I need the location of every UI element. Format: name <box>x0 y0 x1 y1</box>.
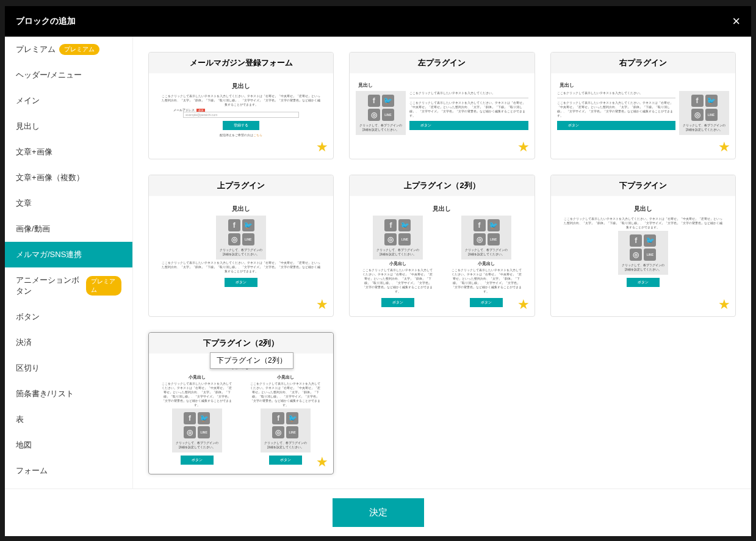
star-icon: ★ <box>316 139 328 155</box>
preview-subheading: 小見出し <box>277 374 294 380</box>
preview-text: ここをクリックして表示したいテキストを入力してください。 <box>557 91 675 95</box>
modal-footer: 決定 <box>5 488 751 536</box>
t-icon: 🐦 <box>242 219 254 231</box>
preview-button: ボタン <box>381 298 414 307</box>
preview-button: ボタン <box>627 278 660 287</box>
card-bottom-plugin-2col[interactable]: 下プラグイン（2列）見出し小見出しここをクリックして表示したいテキストを入力して… <box>148 332 334 474</box>
card-top-plugin[interactable]: 上プラグイン見出しf🐦◎LINEクリックして、各プラグインの詳細を設定してくださ… <box>148 175 334 317</box>
preview-heading: 見出し <box>433 205 451 213</box>
sidebar-item-label: メルマガ/SNS連携 <box>16 249 82 260</box>
sidebar-item-7[interactable]: 画像/動画 <box>5 216 132 242</box>
f-icon: f <box>228 219 240 231</box>
sidebar-item-label: 表 <box>16 414 24 425</box>
sidebar-item-15[interactable]: 地図 <box>5 432 132 458</box>
preview-text: ここをクリックして表示したいテキストを入力してください。テキストは「右寄せ」「中… <box>155 382 239 407</box>
sidebar-item-13[interactable]: 箇条書き/リスト <box>5 381 132 407</box>
sidebar-item-label: 区切り <box>16 363 40 374</box>
card-title: 右プラグイン <box>551 53 735 73</box>
card-bottom-plugin[interactable]: 下プラグイン見出しここをクリックして表示したいテキストを入力してください。テキス… <box>550 175 736 317</box>
card-left-plugin[interactable]: 左プラグイン見出しf🐦◎LINEクリックして、各プラグインの詳細を設定してくださ… <box>349 52 535 159</box>
star-icon: ★ <box>316 297 328 313</box>
sidebar-item-label: プレミアム <box>16 44 56 55</box>
f-icon: f <box>368 95 380 107</box>
f-icon: f <box>384 219 397 231</box>
sidebar-item-14[interactable]: 表 <box>5 407 132 432</box>
ig-icon: ◎ <box>384 233 397 245</box>
card-title: 上プラグイン <box>149 175 333 196</box>
sidebar-item-5[interactable]: 文章+画像（複数） <box>5 165 132 191</box>
sidebar-item-3[interactable]: 見出し <box>5 114 132 139</box>
preview-heading: 見出し <box>634 205 652 213</box>
cards-grid: メールマガジン登録フォーム見出しここをクリックして表示したいテキストを入力してく… <box>148 52 736 474</box>
t-icon: 🐦 <box>398 219 411 231</box>
sidebar-item-9[interactable]: アニメーションボタンプレミアム <box>5 267 132 304</box>
withdraw-link: 配信停止をご希望の方はこちら <box>220 133 262 137</box>
sidebar-item-1[interactable]: ヘッダー/メニュー <box>5 62 132 88</box>
card-title: 下プラグイン（2列） <box>149 333 333 354</box>
sidebar-item-label: 見出し <box>16 121 40 132</box>
star-icon: ★ <box>517 297 530 313</box>
sidebar-item-10[interactable]: ボタン <box>5 304 132 330</box>
preview-button: ボタン <box>409 121 528 130</box>
sidebar-item-label: メイン <box>16 95 40 106</box>
modal-title: ブロックの追加 <box>16 16 76 27</box>
sidebar-item-0[interactable]: プレミアムプレミアム <box>5 37 132 62</box>
f-icon: f <box>630 234 642 247</box>
mail-input-preview: example@peraichi.com <box>183 112 299 118</box>
preview-text: ここをクリックして表示したいテキストを入力してください。テキストは「右寄せ」「中… <box>557 101 675 118</box>
f-icon: f <box>184 412 196 424</box>
card-mail-form[interactable]: メールマガジン登録フォーム見出しここをクリックして表示したいテキストを入力してく… <box>148 52 334 159</box>
f-icon: f <box>691 95 704 107</box>
L-icon: LINE <box>286 426 298 438</box>
sidebar: プレミアムプレミアムヘッダー/メニューメイン見出し文章+画像文章+画像（複数）文… <box>5 37 133 488</box>
sidebar-item-label: ボタン <box>16 311 40 322</box>
ig-icon: ◎ <box>228 233 240 245</box>
f-icon: f <box>272 412 284 424</box>
star-icon: ★ <box>718 297 730 313</box>
ig-icon: ◎ <box>184 426 196 438</box>
submit-preview: 登録する <box>223 121 259 130</box>
sidebar-item-label: アニメーションボタン <box>16 275 82 297</box>
preview-button: ボタン <box>470 298 503 307</box>
card-title: メールマガジン登録フォーム <box>149 53 333 73</box>
preview-text: ここをクリックして表示したいテキストを入力してください。 <box>409 91 528 95</box>
card-top-plugin-2col[interactable]: 上プラグイン（2列）見出しf🐦◎LINEクリックして、各プラグインの詳細を設定し… <box>349 175 535 317</box>
star-icon: ★ <box>718 139 730 155</box>
sidebar-item-6[interactable]: 文章 <box>5 191 132 216</box>
sidebar-item-17[interactable]: その他 <box>5 484 132 488</box>
sidebar-item-label: 地図 <box>16 440 32 451</box>
f-icon: f <box>473 219 486 231</box>
t-icon: 🐦 <box>644 234 656 247</box>
sns-caption: クリックして、各プラグインの詳細を設定してください。 <box>264 441 307 449</box>
sidebar-item-8[interactable]: メルマガ/SNS連携 <box>5 242 132 267</box>
confirm-button[interactable]: 決定 <box>333 498 424 527</box>
preview-subheading: 小見出し <box>389 261 406 267</box>
sidebar-item-label: 文章 <box>16 198 32 209</box>
close-button[interactable]: × <box>732 13 740 29</box>
sidebar-item-label: 箇条書き/リスト <box>16 388 74 399</box>
sidebar-item-12[interactable]: 区切り <box>5 355 132 381</box>
sidebar-item-2[interactable]: メイン <box>5 88 132 114</box>
preview-subheading: 小見出し <box>189 374 206 380</box>
L-icon: LINE <box>488 233 500 245</box>
sidebar-item-label: 画像/動画 <box>16 223 50 234</box>
preview-text: ここをクリックして表示したいテキストを入力してください。テキストは「右寄せ」「中… <box>409 101 528 118</box>
sidebar-item-11[interactable]: 決済 <box>5 330 132 355</box>
preview-text: ここをクリックして表示したいテキストを入力してください。テキストは「右寄せ」「中… <box>155 261 327 274</box>
content-area: メールマガジン登録フォーム見出しここをクリックして表示したいテキストを入力してく… <box>133 37 751 488</box>
sidebar-item-16[interactable]: フォーム <box>5 458 132 484</box>
premium-badge: プレミアム <box>59 44 99 55</box>
preview-button: ボタン <box>269 456 302 465</box>
preview-button: ボタン <box>225 278 257 287</box>
preview-text: ここをクリックして表示したいテキストを入力してください。テキストは「右寄せ」「中… <box>445 268 528 294</box>
preview-text: ここをクリックして表示したいテキストを入力してください。テキストは「右寄せ」「中… <box>557 217 729 230</box>
card-right-plugin[interactable]: 右プラグイン見出しここをクリックして表示したいテキストを入力してください。ここを… <box>550 52 736 159</box>
sns-caption: クリックして、各プラグインの詳細を設定してください。 <box>683 123 725 131</box>
sidebar-item-label: フォーム <box>16 465 48 476</box>
modal-header: ブロックの追加 × <box>5 6 751 37</box>
t-icon: 🐦 <box>488 219 500 231</box>
t-icon: 🐦 <box>705 95 718 107</box>
preview-text: ここをクリックして表示したいテキストを入力してください。テキストは「右寄せ」「中… <box>243 382 327 407</box>
ig-icon: ◎ <box>368 109 380 121</box>
sidebar-item-4[interactable]: 文章+画像 <box>5 139 132 165</box>
